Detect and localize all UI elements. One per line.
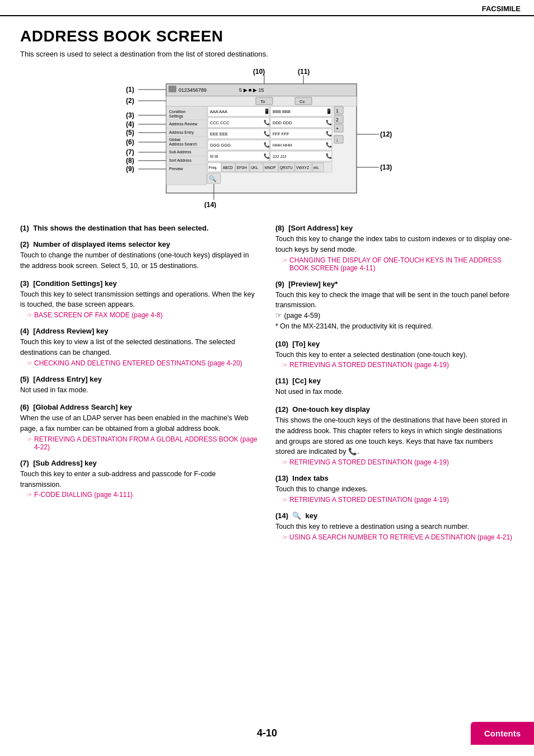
book-icon-14: ☞ [282, 534, 288, 541]
desc-10-body: Touch this key to enter a selected desti… [275, 350, 514, 360]
svg-text:Settings: Settings [169, 114, 184, 119]
svg-text:1: 1 [336, 108, 339, 114]
svg-text:📱: 📱 [264, 108, 270, 115]
contents-button[interactable]: Contents [471, 722, 534, 745]
svg-text:EEE EEE: EEE EEE [210, 132, 228, 137]
desc-item-9: (9) [Preview] key* Touch this key to che… [275, 280, 514, 332]
page-header: FACSIMILE [0, 0, 534, 16]
book-icon-4: ☞ [27, 360, 32, 367]
desc-12-link[interactable]: ☞ RETRIEVING A STORED DESTINATION (page … [282, 458, 514, 466]
svg-text:Address Review: Address Review [169, 122, 198, 126]
svg-text:HHH HHH: HHH HHH [273, 143, 292, 148]
desc-item-3: (3) [Condition Settings] key Touch this … [20, 279, 259, 320]
svg-text:📞: 📞 [326, 130, 332, 137]
desc-item-8: (8) [Sort Address] key Touch this key to… [275, 224, 514, 272]
svg-text:(9): (9) [126, 165, 134, 173]
svg-text:Preview: Preview [169, 167, 184, 171]
desc-13-body: Touch this to change indexes. [275, 484, 514, 495]
svg-text:(3): (3) [126, 111, 134, 119]
book-icon-10: ☞ [282, 361, 288, 369]
main-content: ADDRESS BOOK SCREEN This screen is used … [0, 16, 534, 583]
page-title: ADDRESS BOOK SCREEN [20, 27, 514, 45]
svg-text:(4): (4) [126, 120, 134, 128]
desc-4-link[interactable]: ☞ CHECKING AND DELETING ENTERED DESTINAT… [27, 359, 259, 367]
diagram-container: 0123456789 5 ▶ ■ ▶ 15 To Cc Condition Se… [20, 68, 514, 208]
svg-rect-2 [168, 86, 176, 92]
desc-2-body: Touch to change the number of destinatio… [20, 250, 259, 271]
desc-12-header: (12) One-touch key display [275, 405, 514, 414]
desc-8-link[interactable]: ☞ CHANGING THE DISPLAY OF ONE-TOUCH KEYS… [282, 256, 514, 272]
svg-text:+: + [336, 126, 339, 132]
desc-item-13: (13) Index tabs Touch this to change ind… [275, 474, 514, 504]
desc-11-header: (11) [Cc] key [275, 377, 514, 385]
svg-text:(13): (13) [380, 163, 392, 171]
desc-4-body: Touch this key to view a list of the sel… [20, 337, 259, 358]
svg-text:III III: III III [210, 154, 218, 159]
desc-item-2: (2) Number of displayed items selector k… [20, 240, 259, 271]
left-column: (1) This shows the destination that has … [20, 224, 259, 549]
svg-text:EFGH: EFGH [237, 166, 247, 170]
page-number: 4-10 [257, 727, 277, 739]
page-footer: 4-10 [0, 727, 534, 739]
book-icon-7: ☞ [27, 491, 32, 499]
desc-item-11: (11) [Cc] key Not used in fax mode. [275, 377, 514, 397]
desc-10-link[interactable]: ☞ RETRIEVING A STORED DESTINATION (page … [282, 361, 514, 369]
svg-text:(14): (14) [204, 201, 216, 208]
svg-text:MNOP: MNOP [265, 166, 276, 170]
desc-item-10: (10) [To] key Touch this key to enter a … [275, 340, 514, 369]
svg-text:📞: 📞 [264, 130, 270, 137]
desc-13-link[interactable]: ☞ RETRIEVING A STORED DESTINATION (page … [282, 496, 514, 504]
svg-text:Global: Global [169, 138, 181, 142]
svg-text:Condition: Condition [169, 110, 186, 114]
desc-10-header: (10) [To] key [275, 340, 514, 348]
svg-text:To: To [260, 99, 265, 104]
svg-text:etc.: etc. [313, 166, 320, 170]
desc-3-body: Touch this key to select transmission se… [20, 289, 259, 311]
right-column: (8) [Sort Address] key Touch this key to… [275, 224, 514, 549]
svg-text:📞: 📞 [264, 153, 270, 159]
desc-8-header: (8) [Sort Address] key [275, 224, 514, 232]
svg-text:(8): (8) [126, 157, 134, 165]
desc-5-body: Not used in fax mode. [20, 385, 259, 396]
svg-text:(10): (10) [253, 68, 265, 76]
svg-text:QRSTU: QRSTU [280, 166, 293, 170]
svg-text:CCC CCC: CCC CCC [210, 120, 229, 125]
desc-8-body: Touch this key to change the index tabs … [275, 234, 514, 255]
svg-text:FFF FFF: FFF FFF [273, 132, 289, 137]
desc-7-header: (7) [Sub Address] key [20, 459, 259, 467]
desc-3-header: (3) [Condition Settings] key [20, 279, 259, 288]
svg-text:ABCD: ABCD [223, 166, 233, 170]
svg-text:(1): (1) [126, 86, 134, 93]
svg-text:(12): (12) [380, 130, 392, 138]
desc-6-body: When the use of an LDAP server has been … [20, 413, 259, 434]
desc-6-link[interactable]: ☞ RETRIEVING A DESTINATION FROM A GLOBAL… [27, 435, 259, 451]
desc-1-header: (1) This shows the destination that has … [20, 224, 259, 232]
desc-item-4: (4) [Address Review] key Touch this key … [20, 327, 259, 367]
svg-text:📞: 📞 [326, 142, 332, 148]
book-icon-13: ☞ [282, 496, 288, 504]
desc-9-body: Touch this key to check the image that w… [275, 290, 514, 332]
desc-7-body: Touch this key to enter a sub-address an… [20, 469, 259, 490]
svg-text:JJJ JJJ: JJJ JJJ [273, 154, 287, 159]
diagram-svg: 0123456789 5 ▶ ■ ▶ 15 To Cc Condition Se… [105, 68, 429, 208]
svg-text:GGG GGG: GGG GGG [210, 143, 231, 148]
svg-text:↓: ↓ [336, 137, 339, 143]
svg-text:Address Search: Address Search [169, 142, 197, 146]
desc-14-link[interactable]: ☞ USING A SEARCH NUMBER TO RETRIEVE A DE… [282, 533, 514, 541]
desc-12-body: This shows the one-touch keys of the des… [275, 415, 514, 457]
desc-item-7: (7) [Sub Address] key Touch this key to … [20, 459, 259, 499]
svg-text:Cc: Cc [299, 99, 305, 104]
desc-13-header: (13) Index tabs [275, 474, 514, 482]
svg-text:(5): (5) [126, 129, 134, 137]
desc-2-header: (2) Number of displayed items selector k… [20, 240, 259, 248]
svg-text:0123456789: 0123456789 [179, 87, 207, 93]
svg-text:(6): (6) [126, 138, 134, 146]
desc-3-link[interactable]: ☞ BASE SCREEN OF FAX MODE (page 4-8) [27, 311, 259, 319]
desc-7-link[interactable]: ☞ F-CODE DIALLING (page 4-111) [27, 491, 259, 499]
book-icon-6: ☞ [27, 436, 32, 443]
desc-item-14: (14) 🔍 key Touch this key to retrieve a … [275, 511, 514, 541]
desc-14-header: (14) 🔍 key [275, 511, 514, 520]
svg-text:2: 2 [336, 117, 339, 123]
svg-text:📱: 📱 [326, 108, 332, 115]
svg-text:DDD DDD: DDD DDD [273, 120, 292, 125]
